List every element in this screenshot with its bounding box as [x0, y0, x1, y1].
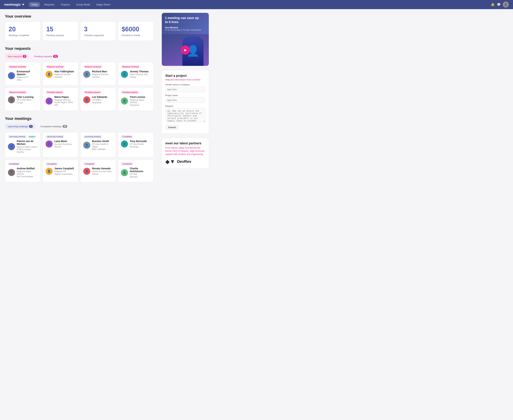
mtg-tag-completed-andrew: Completed — [8, 163, 20, 165]
request-card-tyler[interactable]: Request received 👤 Tyler Lovering VP & G… — [5, 88, 40, 111]
req-company-tyler: Conga — [17, 101, 33, 104]
project-name-label: Project name — [165, 94, 205, 97]
partners-subtitle: From silicon valley, founded by the form… — [165, 146, 205, 156]
mtg-role-tony: VP Asia Pacific — [130, 143, 147, 145]
meeting-card-patrick[interactable]: upcoming meeting project 👤 Patrick van d… — [5, 132, 40, 157]
meetings-section: Your meetings Upcoming meetings 3 Comple… — [5, 116, 153, 182]
request-label: Request — [165, 105, 205, 107]
nav-snoop-mode[interactable]: Snoop Mode — [74, 2, 92, 7]
notification-icon[interactable]: 🔔 — [491, 3, 495, 7]
mtg-name-renato: Renato Semedo — [92, 167, 112, 170]
request-card-alex[interactable]: Request received 👤 Alex Falkingham Regio… — [43, 62, 78, 86]
req-company-lee: Amplitude — [92, 101, 107, 104]
request-card-emmanouil[interactable]: Request received 👤 Emmanouil Spanos Regi… — [5, 62, 40, 86]
request-card-lee[interactable]: Pending request 👤 Lee Edwards VP EMEA Am… — [80, 88, 116, 111]
upcoming-label: Upcoming meetings — [8, 125, 28, 128]
mtg-company-patrick: DevRev — [17, 151, 38, 153]
req-role-tyler: VP & GM APAC — [17, 99, 33, 101]
req-name-lee: Lee Edwards — [92, 96, 107, 98]
requests-section: Your requests New requests 5 Pending req… — [5, 46, 153, 111]
req-avatar-jeremy: 👤 — [121, 71, 128, 78]
app-logo: meetmagic ✦ — [4, 3, 24, 7]
mtg-name-patrick: Patrick van de Werken — [17, 140, 38, 145]
project-form: Start a project Request information from… — [162, 70, 209, 134]
stat-number-donated: $6000 — [122, 25, 150, 33]
stat-number-meetings: 20 — [9, 25, 37, 33]
meeting-card-andrew[interactable]: Completed 👤 Andrew Moffatt Regional Sale… — [5, 159, 40, 182]
mtg-name-brenton: Brenton Smith — [92, 140, 113, 142]
tab-pending-requests[interactable]: Pending requests 15 — [31, 54, 61, 59]
project-subtitle: Request information from a vendor — [165, 78, 205, 81]
tab-new-requests[interactable]: New requests 5 — [5, 54, 29, 59]
tab-upcoming-meetings[interactable]: Upcoming meetings 3 — [5, 124, 36, 129]
req-name-jeremy: Jeremy Thomas — [130, 70, 149, 73]
req-company-trent: Dynatrace — [130, 104, 151, 106]
user-avatar[interactable]: 👤 — [503, 2, 509, 8]
nav-today[interactable]: Today — [29, 2, 40, 7]
promo-image-area: 👤 — [162, 34, 209, 66]
new-requests-label: New requests — [8, 55, 22, 58]
submit-button[interactable]: Submit — [165, 125, 179, 130]
project-title: Start a project — [165, 74, 205, 78]
mtg-role-andrew: Regional Sales Director — [17, 170, 38, 175]
mtg-role-patrick: Head of EMEA Sales/ GTM Functions — [17, 146, 38, 151]
req-avatar-alex: 👤 — [45, 71, 53, 78]
stat-charities: 3 Charities supported — [80, 22, 116, 41]
stat-meetings-completed: 20 Meetings completed — [5, 22, 40, 41]
req-company-richard: DevRev — [92, 76, 108, 78]
nav-magic-room[interactable]: Magic Room — [94, 2, 113, 7]
chat-icon[interactable]: 💬 — [497, 3, 501, 7]
promo-person-title: On Air Personality & Founder Gotcha4Life — [165, 29, 206, 31]
req-role-jeremy: Sales Director ANZ — [130, 73, 149, 76]
meeting-card-tony[interactable]: Completed 👤 Tony Burnside VP Asia Pacifi… — [118, 132, 153, 157]
mtg-company-james: Appian Corporation — [54, 173, 74, 175]
mtg-avatar-lana: 👤 — [45, 141, 53, 148]
meeting-card-charlie[interactable]: Completed 👤 Charlie Hutchinson VP ANZ Wo… — [118, 159, 153, 182]
request-card-maria[interactable]: Pending request 👤 Maria Papas Regional D… — [43, 88, 78, 111]
meeting-card-lana[interactable]: upcoming meeting 👤 Lana Meier Account Ex… — [43, 132, 78, 157]
mtg-name-charlie: Charlie Hutchinson — [130, 167, 151, 173]
req-status-tyler: Request received — [8, 91, 27, 94]
page-body: Your overview 20 Meetings completed 15 P… — [0, 9, 513, 420]
nav-requests[interactable]: Requests — [42, 2, 57, 7]
main-content: Your overview 20 Meetings completed 15 P… — [0, 9, 158, 420]
sidebar: 1 meeting can save up to 6 lives 〜 Gus W… — [158, 9, 212, 420]
req-status-richard: Request received — [83, 65, 102, 68]
req-company-maria: WIZ — [54, 104, 75, 106]
mtg-company-lana: Varonis — [54, 146, 72, 148]
req-name-trent: Trent Lennox — [130, 96, 151, 98]
mtg-company-charlie: Workato — [130, 176, 151, 178]
completed-label: Completed meetings — [40, 125, 61, 128]
meeting-card-renato[interactable]: Completed 👤 Renato Semedo Global Account… — [80, 159, 116, 182]
stat-pending-requests: 15 Pending requests — [43, 22, 78, 41]
req-role-emmanouil: Regional VP — [17, 76, 38, 78]
stat-cards-grid: 20 Meetings completed 15 Pending request… — [5, 22, 153, 41]
partners-title: meet our latest partners — [165, 142, 205, 145]
mtg-role-brenton: VP Asia Pacific & Japan — [92, 143, 113, 148]
devrev-text: DevRev — [177, 159, 191, 164]
overview-section: Your overview 20 Meetings completed 15 P… — [5, 14, 153, 41]
req-person-emmanouil: 👤 Emmanouil Spanos Regional VP Okta — [8, 70, 38, 81]
tab-completed-meetings[interactable]: Completed meetings 20 — [38, 124, 70, 129]
meeting-card-james[interactable]: Completed 👤 James Campbell Regional VP A… — [43, 159, 78, 182]
logo-text: meetmagic — [4, 3, 21, 7]
mtg-tag-completed-renato: Completed — [83, 163, 95, 165]
meeting-card-brenton[interactable]: upcoming meeting 👤 Brenton Smith VP Asia… — [80, 132, 116, 157]
navigation: meetmagic ✦ Today Requests Projects Snoo… — [0, 0, 513, 9]
mtg-role-charlie: VP ANZ — [130, 173, 151, 175]
project-name-input[interactable] — [165, 97, 205, 103]
mtg-avatar-charlie: 👤 — [121, 169, 128, 176]
vendor-input[interactable] — [165, 87, 205, 92]
req-name-alex: Alex Falkingham — [54, 70, 74, 73]
play-button[interactable] — [181, 45, 190, 55]
request-textarea[interactable] — [165, 108, 205, 122]
promo-card: 1 meeting can save up to 6 lives 〜 Gus W… — [162, 13, 209, 66]
req-role-maria: Regional Director South Region APAC — [54, 99, 75, 104]
promo-header: 1 meeting can save up to 6 lives 〜 Gus W… — [162, 13, 209, 34]
request-card-trent[interactable]: Pending request 👤 Trent Lennox Regional … — [118, 88, 153, 111]
mtg-name-andrew: Andrew Moffatt — [17, 167, 38, 170]
req-role-lee: VP EMEA — [92, 99, 107, 101]
nav-projects[interactable]: Projects — [59, 2, 72, 7]
request-card-jeremy[interactable]: Request received 👤 Jeremy Thomas Sales D… — [118, 62, 153, 86]
request-card-richard[interactable]: Request received 👤 Richard Marr Regional… — [80, 62, 116, 86]
